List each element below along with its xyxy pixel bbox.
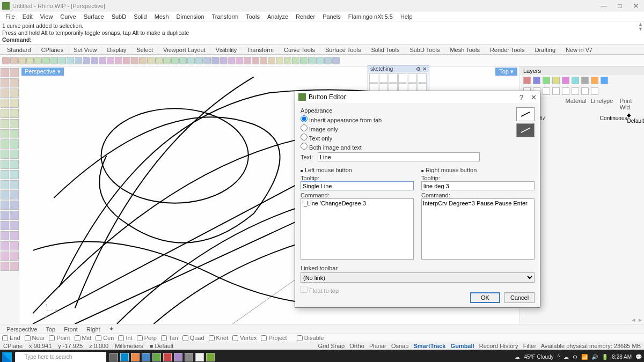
toolbar-icon-8[interactable] [67,57,74,64]
left-tool-2a[interactable] [1,88,10,98]
tab-display[interactable]: Display [102,46,131,54]
dialog-help-button[interactable]: ? [519,93,523,101]
toolbar-icon-2[interactable] [18,57,26,64]
toolbar-icon-19[interactable] [155,57,163,64]
left-tool-9a[interactable] [1,160,10,169]
tab-viewport-layout[interactable]: Viewport Layout [158,46,211,54]
osnap-int[interactable]: Int [118,335,132,341]
tab-transform[interactable]: Transform [242,46,279,54]
toolbar-icon-15[interactable] [123,57,130,64]
status-planar[interactable]: Planar [369,343,386,349]
toolbar-icon-27[interactable] [219,57,227,64]
status-cplane[interactable]: CPlane [3,343,23,349]
left-tool-15b[interactable] [10,221,19,230]
panel-tab-icon[interactable] [523,77,531,84]
left-tool-12a[interactable] [1,190,10,200]
taskbar-app-icon[interactable] [109,353,118,361]
menu-solid[interactable]: Solid [130,13,150,20]
taskbar-app-icon[interactable] [185,353,193,361]
left-tool-11a[interactable] [1,180,10,189]
osnap-project[interactable]: Project [261,335,287,341]
left-tool-6b[interactable] [10,129,19,138]
left-command-textarea[interactable] [301,198,414,260]
layer-tool-icon[interactable] [562,87,569,95]
toolbar-icon-36[interactable] [292,57,299,64]
tab-curve-tools[interactable]: Curve Tools [279,46,320,54]
left-tool-10a[interactable] [1,170,10,179]
status-osnap[interactable]: Osnap [391,343,408,349]
toolbar-icon-30[interactable] [244,57,251,64]
left-tool-17b[interactable] [10,241,19,250]
menu-tools[interactable]: Tools [243,13,263,20]
toolbar-icon-31[interactable] [252,57,259,64]
left-tool-12b[interactable] [10,190,19,200]
toolbar-icon-25[interactable] [203,57,211,64]
tab-drafting[interactable]: Drafting [530,46,561,54]
left-tool-9b[interactable] [10,160,19,169]
vtab-perspective[interactable]: Perspective [2,326,41,333]
osnap-quad[interactable]: Quad [182,335,204,341]
command-prompt[interactable]: Command: [2,36,32,43]
sketch-tool-0[interactable] [369,73,378,83]
left-tool-14b[interactable] [10,211,19,220]
menu-help[interactable]: Help [397,13,416,20]
taskbar-app-icon[interactable] [206,353,215,361]
left-tooltip-input[interactable] [301,181,414,190]
panel-tab-icon[interactable] [581,77,589,84]
tray-cloud-icon[interactable]: ☁ [564,354,569,360]
vtab-right[interactable]: Right [82,326,105,333]
tray-volume-icon[interactable]: 🔊 [591,354,598,360]
layer-tool-icon[interactable] [543,87,550,95]
cancel-button[interactable]: Cancel [504,292,535,303]
left-tool-3a[interactable] [1,99,10,108]
osnap-perp[interactable]: Perp [137,335,157,341]
tab-standard[interactable]: Standard [2,46,36,54]
menu-dimension[interactable]: Dimension [173,13,208,20]
panel-tab-icon[interactable] [543,77,550,84]
toolbar-icon-5[interactable] [42,57,50,64]
taskbar-search[interactable]: Type here to search [15,352,106,363]
left-tool-13a[interactable] [1,201,10,210]
left-tool-8a[interactable] [1,150,10,159]
sketch-tool-3[interactable] [398,73,407,83]
menu-file[interactable]: File [2,13,18,20]
radio-inherit[interactable]: Inherit appearance from tab [301,115,535,123]
button-text-input[interactable] [318,152,480,161]
left-tool-6a[interactable] [1,129,10,138]
toolbar-icon-28[interactable] [228,57,235,64]
left-tool-13b[interactable] [10,201,19,210]
left-tool-18a[interactable] [1,252,10,261]
vtab-top[interactable]: Top [41,326,60,333]
status-filter[interactable]: Filter [523,343,536,349]
menu-subd[interactable]: SubD [108,13,130,20]
toolbar-icon-13[interactable] [107,57,114,64]
taskbar-app-icon[interactable] [142,353,150,361]
status-layer[interactable]: ■ Default [150,343,174,349]
menu-transform[interactable]: Transform [209,13,242,20]
toolbar-icon-11[interactable] [91,57,98,64]
taskbar-app-icon[interactable] [195,353,204,361]
osnap-point[interactable]: Point [49,335,70,341]
layer-visible-icon[interactable]: ✓ [542,115,546,121]
taskbar-app-icon[interactable] [163,353,172,361]
left-tool-4b[interactable] [10,109,19,118]
right-command-textarea[interactable] [421,198,535,260]
status-units[interactable]: Millimeters [115,343,143,349]
toolbar-icon-0[interactable] [2,57,10,64]
osnap-cen[interactable]: Cen [96,335,114,341]
left-tool-0a[interactable] [1,68,10,77]
left-tool-0b[interactable] [10,68,19,77]
toolbar-icon-34[interactable] [276,57,283,64]
tray-wifi-icon[interactable]: 📶 [581,354,588,360]
menu-view[interactable]: View [37,13,56,20]
vtab-front[interactable]: Front [60,326,82,333]
osnap-knot[interactable]: Knot [209,335,229,341]
toolbar-icon-38[interactable] [308,57,316,64]
weather-icon[interactable]: ☁ [515,354,520,360]
toolbar-icon-29[interactable] [236,57,243,64]
left-tool-14a[interactable] [1,211,10,220]
panel-tab-icon[interactable] [591,77,598,84]
toolbar-icon-12[interactable] [99,57,106,64]
radio-image-only[interactable]: Image only [301,124,535,132]
left-tool-16a[interactable] [1,231,10,240]
